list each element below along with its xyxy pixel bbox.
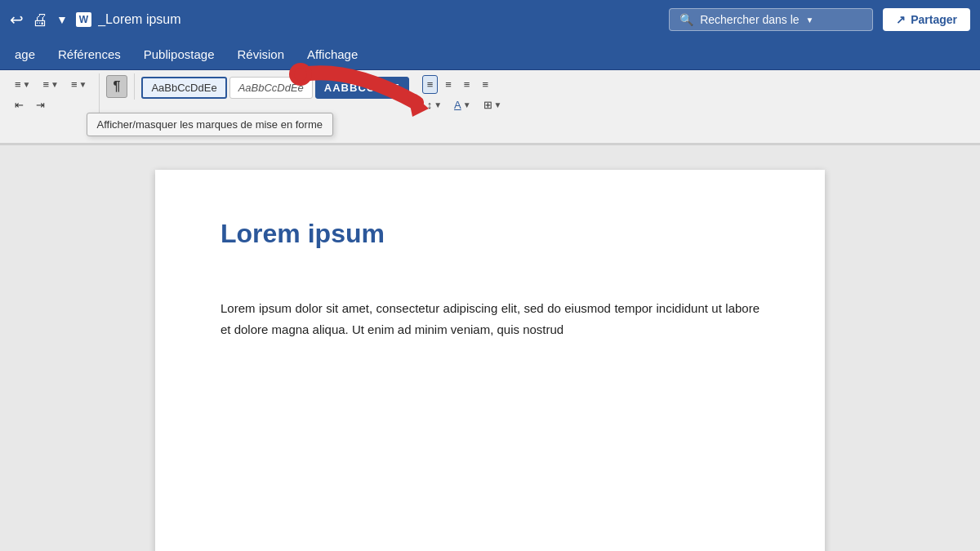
- multilevel-list-button[interactable]: ≡ ▼: [66, 75, 92, 94]
- align-center-button[interactable]: ≡: [440, 75, 457, 94]
- line-spacing-button[interactable]: ↕ ▼: [422, 96, 447, 114]
- menu-bar: age Références Publipostage Révision Aff…: [0, 39, 980, 70]
- pilcrow-icon: ¶: [114, 79, 121, 93]
- back-icon[interactable]: ↩: [10, 10, 24, 29]
- increase-indent-button[interactable]: ⇥: [31, 96, 50, 114]
- search-placeholder: Rechercher dans le: [700, 13, 799, 26]
- doc-title-area: W _Lorem ipsum: [76, 12, 181, 27]
- menu-item-accueil[interactable]: age: [3, 41, 47, 68]
- style-normal-preview: AaBbCcDdEe: [151, 82, 216, 94]
- style-no-space[interactable]: AaBbCcDdEe: [229, 77, 313, 99]
- customize-arrow[interactable]: ▼: [56, 13, 68, 26]
- menu-item-publipostage[interactable]: Publipostage: [132, 41, 226, 68]
- menu-item-affichage[interactable]: Affichage: [296, 41, 369, 68]
- styles-gallery: AaBbCcDdEe AaBbCcDdEe AABBCCDDE: [141, 75, 408, 100]
- bullet-list-icon: ≡: [15, 78, 21, 91]
- print-icon[interactable]: 🖨: [32, 11, 48, 29]
- ribbon-group-alignment: ≡ ▼ ≡ ▼ ≡ ▼ ⇤ ⇥: [7, 73, 100, 116]
- pilcrow-tooltip: Afficher/masquer les marques de mise en …: [87, 113, 334, 136]
- bullet-list-dropdown[interactable]: ▼: [23, 80, 31, 89]
- ribbon-row-spacing: ↕ ▼ A ▼ ⊞ ▼: [422, 96, 507, 114]
- multilevel-list-icon: ≡: [71, 78, 78, 91]
- numbered-list-dropdown[interactable]: ▼: [51, 80, 59, 89]
- border-icon: ⊞: [483, 99, 492, 111]
- style-title-preview: AABBCCDDE: [324, 82, 400, 94]
- style-normal[interactable]: AaBbCcDdEe: [141, 77, 226, 99]
- shading-button[interactable]: A ▼: [449, 96, 476, 114]
- share-icon: ↗: [896, 13, 906, 26]
- shading-dropdown[interactable]: ▼: [463, 100, 471, 109]
- numbered-list-button[interactable]: ≡ ▼: [38, 75, 65, 94]
- multilevel-list-dropdown[interactable]: ▼: [79, 80, 87, 89]
- align-justify-icon: ≡: [482, 78, 488, 91]
- share-button[interactable]: ↗ Partager: [883, 8, 970, 31]
- doc-filename: _Lorem ipsum: [98, 12, 180, 27]
- shading-icon: A: [454, 99, 461, 111]
- document-page: Lorem ipsum Lorem ipsum dolor sit amet, …: [155, 170, 825, 551]
- align-left-icon: ≡: [427, 78, 434, 91]
- document-body: Lorem ipsum dolor sit amet, consectetur …: [220, 298, 760, 340]
- increase-indent-icon: ⇥: [36, 99, 45, 111]
- border-dropdown[interactable]: ▼: [494, 100, 502, 109]
- line-spacing-icon: ↕: [427, 99, 433, 111]
- align-right-icon: ≡: [464, 78, 470, 91]
- menu-item-references[interactable]: Références: [47, 41, 132, 68]
- ribbon-group-para: ≡ ≡ ≡ ≡ ↕ ▼ A ▼ ⊞ ▼: [419, 73, 514, 116]
- ribbon-group-styles: AaBbCcDdEe AaBbCcDdEe AABBCCDDE: [138, 73, 415, 102]
- ribbon-row-pilcrow: ¶: [106, 75, 128, 98]
- ribbon-row-top: ≡ ▼ ≡ ▼ ≡ ▼: [10, 75, 92, 94]
- document-title: Lorem ipsum: [220, 219, 760, 249]
- decrease-indent-button[interactable]: ⇤: [10, 96, 29, 114]
- line-spacing-dropdown[interactable]: ▼: [434, 100, 442, 109]
- title-bar-left: ↩ 🖨 ▼ W _Lorem ipsum: [10, 10, 659, 29]
- decrease-indent-icon: ⇤: [15, 99, 24, 111]
- show-formatting-button[interactable]: ¶: [106, 75, 128, 98]
- ribbon-row-indent: ⇤ ⇥: [10, 96, 50, 114]
- style-title[interactable]: AABBCCDDE: [315, 77, 409, 99]
- word-icon: W: [76, 12, 91, 27]
- search-dropdown-icon: ▼: [806, 16, 814, 24]
- ribbon-group-pilcrow: ¶ Afficher/masquer les marques de mise e…: [103, 73, 136, 100]
- numbered-list-icon: ≡: [43, 78, 50, 91]
- align-center-icon: ≡: [445, 78, 452, 91]
- document-area: Lorem ipsum Lorem ipsum dolor sit amet, …: [0, 145, 980, 551]
- align-left-button[interactable]: ≡: [422, 75, 439, 94]
- ribbon-row-align: ≡ ≡ ≡ ≡: [422, 75, 493, 94]
- border-button[interactable]: ⊞ ▼: [479, 96, 507, 114]
- search-icon: 🔍: [679, 13, 693, 26]
- ribbon: ≡ ▼ ≡ ▼ ≡ ▼ ⇤ ⇥ ¶ Af: [0, 70, 980, 144]
- title-bar: ↩ 🖨 ▼ W _Lorem ipsum 🔍 Rechercher dans l…: [0, 0, 980, 39]
- title-bar-right: 🔍 Rechercher dans le ▼ ↗ Partager: [669, 8, 970, 31]
- style-no-space-preview: AaBbCcDdEe: [238, 82, 304, 94]
- search-bar[interactable]: 🔍 Rechercher dans le ▼: [669, 8, 873, 31]
- bullet-list-button[interactable]: ≡ ▼: [10, 75, 36, 94]
- align-justify-button[interactable]: ≡: [477, 75, 493, 94]
- align-right-button[interactable]: ≡: [459, 75, 475, 94]
- menu-item-revision[interactable]: Révision: [225, 41, 296, 68]
- share-label: Partager: [911, 13, 957, 26]
